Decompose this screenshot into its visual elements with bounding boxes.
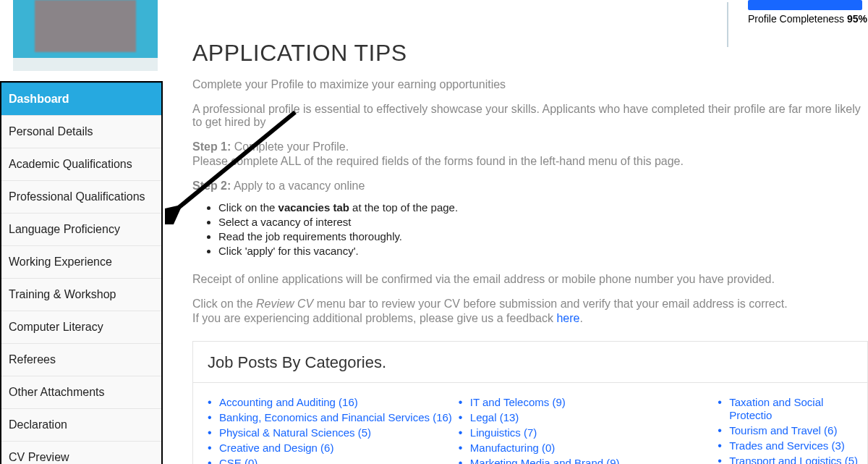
feedback-note: If you are experiencing additional probl… (192, 312, 868, 325)
category-link[interactable]: Physical & Natural Sciences (5) (219, 426, 371, 439)
bullet-vacancies-tab: Click on the vacancies tab at the top of… (218, 201, 868, 214)
profile-image (13, 0, 158, 71)
category-column-3: Taxation and Social Protectio Tourism an… (715, 396, 864, 464)
category-link[interactable]: Banking, Economics and Financial Service… (219, 411, 452, 423)
step-2-bullets: Click on the vacancies tab at the top of… (218, 201, 868, 257)
sidebar-item-referees[interactable]: Referees (1, 344, 161, 376)
sidebar-item-academic-qualifications[interactable]: Academic Qualifications (1, 148, 161, 181)
category-link[interactable]: Accounting and Auditing (16) (219, 396, 358, 408)
step-2: Step 2: Apply to a vacancy online (192, 180, 868, 193)
panel-header: Job Posts By Categories. (193, 342, 867, 383)
panel-body: Accounting and Auditing (16) Banking, Ec… (193, 383, 867, 464)
sidebar-item-personal-details[interactable]: Personal Details (1, 116, 161, 148)
sidebar-item-cv-preview[interactable]: CV Preview (1, 442, 161, 464)
sidebar-item-dashboard[interactable]: Dashboard (1, 83, 161, 116)
category-column-2: IT and Telecoms (9) Legal (13) Linguisti… (456, 396, 715, 464)
category-link[interactable]: Linguistics (7) (470, 426, 537, 439)
job-posts-panel: Job Posts By Categories. Accounting and … (192, 341, 868, 464)
review-note: Click on the Review CV menu bar to revie… (192, 298, 868, 311)
sidebar-item-working-experience[interactable]: Working Experience (1, 246, 161, 279)
category-link[interactable]: Marketing,Media and Brand (9) (470, 457, 620, 464)
sidebar-item-training-workshop[interactable]: Training & Workshop (1, 279, 161, 311)
category-link[interactable]: Taxation and Social Protectio (729, 396, 823, 421)
main-content: APPLICATION TIPS Complete your Profile t… (192, 0, 868, 464)
category-column-1: Accounting and Auditing (16) Banking, Ec… (196, 396, 456, 464)
sidebar-item-other-attachments[interactable]: Other Attachments (1, 376, 161, 409)
category-link[interactable]: Trades and Services (3) (729, 439, 845, 452)
category-link[interactable]: Transport and Logistics (5) (729, 455, 858, 464)
category-link[interactable]: CSE (0) (219, 457, 258, 464)
sidebar: Dashboard Personal Details Academic Qual… (0, 0, 163, 464)
category-link[interactable]: Legal (13) (470, 411, 519, 423)
category-link[interactable]: Tourism and Travel (6) (729, 424, 837, 436)
page-title: APPLICATION TIPS (192, 40, 868, 67)
subtitle: Complete your Profile to maximize your e… (192, 78, 868, 91)
bullet-select-vacancy: Select a vacancy of interest (218, 216, 868, 228)
category-link[interactable]: Creative and Design (6) (219, 442, 333, 454)
feedback-link[interactable]: here (556, 312, 579, 324)
intro-paragraph: A professional profile is essential to e… (192, 103, 868, 129)
sidebar-item-computer-literacy[interactable]: Computer Literacy (1, 311, 161, 344)
category-link[interactable]: IT and Telecoms (9) (470, 396, 566, 408)
bullet-read-requirements: Read the job requirements thoroughly. (218, 230, 868, 242)
panel-title: Job Posts By Categories. (208, 353, 853, 372)
sidebar-item-declaration[interactable]: Declaration (1, 409, 161, 442)
step-1-detail: Please complete ALL of the required fiel… (192, 155, 868, 168)
sidebar-item-professional-qualifications[interactable]: Professional Qualifications (1, 181, 161, 214)
receipt-note: Receipt of online applications will be c… (192, 273, 868, 286)
sidebar-item-language-proficiency[interactable]: Language Proficiency (1, 214, 161, 246)
step-1: Step 1: Complete your Profile. (192, 140, 868, 153)
nav-menu: Dashboard Personal Details Academic Qual… (0, 81, 163, 464)
category-link[interactable]: Manufacturing (0) (470, 442, 556, 454)
bullet-click-apply: Click 'apply' for this vacancy'. (218, 245, 868, 257)
